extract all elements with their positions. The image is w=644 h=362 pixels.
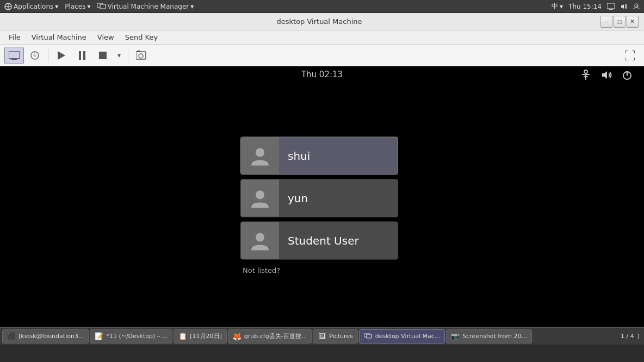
taskbar-browser-label: grub.cfg丢失-百度搜...	[244, 332, 307, 340]
stop-icon	[99, 52, 107, 59]
menu-bar: File Virtual Machine View Send Key	[0, 30, 644, 45]
vm-screen[interactable]: Thu 02:13	[0, 66, 644, 345]
svg-point-24	[139, 54, 143, 58]
svg-rect-4	[100, 4, 106, 9]
file-menu[interactable]: File	[4, 32, 25, 42]
taskbar-screenshot-icon: 📷	[451, 332, 460, 341]
svg-rect-23	[137, 51, 140, 52]
page-next-icon[interactable]: ⟩	[637, 333, 640, 340]
apps-icon	[4, 3, 12, 10]
page-indicator: 1 / 4	[621, 333, 634, 340]
user-name-shui: shui	[279, 149, 310, 163]
svg-point-29	[256, 148, 264, 157]
taskbar-item-screenshot[interactable]: 📷 Screenshot from 20...	[446, 329, 532, 344]
fullscreen-button[interactable]	[620, 47, 640, 64]
places-chevron: ▾	[88, 3, 91, 10]
taskbar-right: 1 / 4 ⟩	[621, 333, 642, 340]
user-item-student[interactable]: Student User	[240, 222, 398, 260]
taskbar-item-calendar[interactable]: 📋 [11月20日]	[174, 329, 227, 344]
svg-marker-9	[621, 4, 624, 9]
taskbar-pictures-icon: 🖼	[318, 332, 326, 341]
toolbar-separator-1	[48, 49, 48, 62]
window-title: desktop Virtual Machine	[276, 17, 362, 26]
taskbar-editor-icon: 📝	[95, 332, 103, 341]
run-button[interactable]	[52, 47, 71, 64]
minimize-button[interactable]: −	[600, 16, 612, 28]
not-listed-link[interactable]: Not listed?	[240, 266, 280, 274]
avatar-icon-student	[249, 230, 271, 252]
avatar-icon-shui	[249, 145, 271, 167]
system-bar-right: 中 ▾ Thu 15:14	[552, 2, 640, 11]
user-item-shui[interactable]: shui	[240, 137, 398, 175]
svg-rect-21	[99, 52, 107, 59]
avatar-icon-yun	[249, 188, 271, 209]
vmm-icon	[97, 3, 106, 10]
taskbar-item-browser[interactable]: 🦊 grub.cfg丢失-百度搜...	[228, 329, 312, 344]
console-button[interactable]	[25, 47, 45, 64]
taskbar-item-pictures[interactable]: 🖼 Pictures	[313, 329, 358, 344]
console-icon	[30, 51, 40, 60]
snapshot-icon	[136, 51, 147, 60]
virtual-machine-menu[interactable]: Virtual Machine	[27, 32, 91, 42]
svg-point-31	[256, 233, 264, 242]
input-method[interactable]: 中 ▾	[552, 2, 563, 11]
system-time[interactable]: Thu 15:14	[568, 3, 602, 10]
taskbar-item-kiosk[interactable]: ⬛ [kiosk@foundation3...	[2, 329, 89, 344]
maximize-button[interactable]: □	[614, 16, 626, 28]
run-icon	[58, 51, 65, 60]
taskbar-kiosk-label: [kiosk@foundation3...	[18, 333, 84, 340]
taskbar-screenshot-label: Screenshot from 20...	[462, 333, 527, 340]
stop-button[interactable]	[93, 47, 113, 64]
svg-point-25	[584, 70, 587, 73]
send-key-menu[interactable]: Send Key	[121, 32, 162, 42]
vm-volume-icon[interactable]	[600, 69, 612, 83]
places-menu[interactable]: Places ▾	[65, 3, 90, 10]
vm-time: Thu 02:13	[301, 70, 343, 79]
window-titlebar: desktop Virtual Machine − □ ✕	[0, 13, 644, 30]
places-label: Places	[65, 3, 85, 10]
vm-topbar: Thu 02:13	[0, 66, 644, 83]
svg-marker-26	[602, 71, 607, 79]
svg-point-16	[33, 54, 36, 57]
toolbar-separator-2	[128, 49, 128, 62]
user-avatar-shui	[241, 137, 279, 175]
toolbar-right	[620, 47, 640, 64]
applications-menu[interactable]: Applications ▾	[4, 3, 58, 10]
taskbar-virt-label: desktop Virtual Mac...	[375, 333, 441, 340]
svg-rect-20	[83, 51, 85, 60]
user-avatar-student	[241, 222, 279, 260]
login-container: shui yun Student User Not listed?	[240, 137, 404, 274]
vm-topbar-right	[580, 69, 633, 83]
window-controls: − □ ✕	[600, 16, 639, 28]
vmm-menu[interactable]: Virtual Machine Manager ▾	[97, 3, 194, 10]
stop-dropdown-button[interactable]: ▾	[114, 47, 125, 64]
apps-chevron: ▾	[55, 3, 58, 10]
taskbar-item-virt[interactable]: desktop Virtual Mac...	[359, 329, 445, 344]
view-menu[interactable]: View	[93, 32, 119, 42]
screen-sysbar-icon[interactable]	[607, 3, 615, 10]
user-avatar-yun	[241, 179, 279, 217]
volume-sysbar-icon[interactable]	[620, 3, 628, 10]
svg-rect-19	[79, 51, 81, 60]
taskbar-item-editor[interactable]: 📝 *11 (~/Desktop) – ...	[90, 329, 172, 344]
svg-rect-11	[9, 51, 20, 59]
vm-accessibility-icon[interactable]	[580, 69, 592, 83]
screen-view-button[interactable]	[4, 47, 24, 64]
close-button[interactable]: ✕	[627, 16, 639, 28]
snapshot-button[interactable]	[132, 47, 151, 64]
svg-point-10	[635, 4, 638, 7]
svg-marker-18	[58, 51, 65, 60]
vm-power-icon[interactable]	[621, 69, 633, 83]
user-item-yun[interactable]: yun	[240, 179, 398, 217]
svg-rect-33	[367, 334, 371, 338]
user-name-yun: yun	[279, 192, 308, 205]
taskbar-browser-icon: 🦊	[233, 332, 242, 341]
system-bar-left: Applications ▾ Places ▾ Virtual Machine …	[4, 3, 194, 10]
taskbar-pictures-label: Pictures	[329, 333, 353, 340]
user-sysbar-icon[interactable]	[633, 3, 640, 10]
taskbar-editor-label: *11 (~/Desktop) – ...	[106, 333, 168, 340]
pause-button[interactable]	[72, 47, 92, 64]
pause-icon	[78, 51, 86, 60]
taskbar-virt-icon	[364, 332, 373, 341]
taskbar-calendar-label: [11月20日]	[190, 332, 222, 340]
